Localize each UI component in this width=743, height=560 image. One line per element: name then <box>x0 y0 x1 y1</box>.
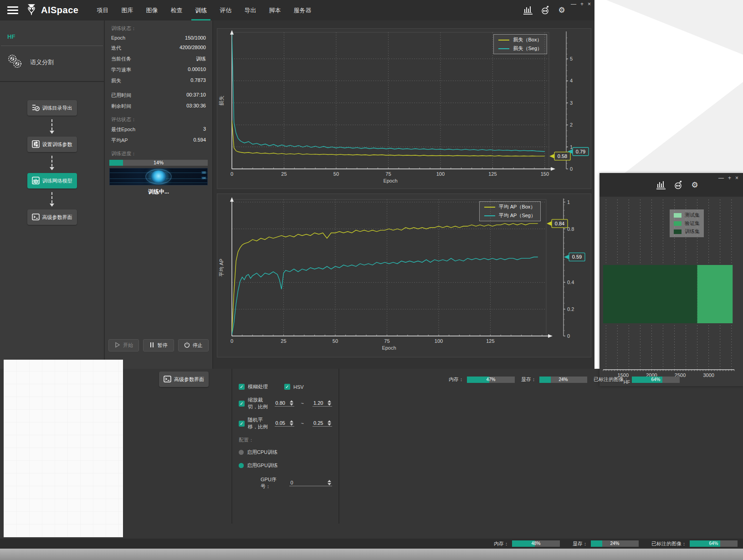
flow-arrow-icon <box>51 192 52 203</box>
window-controls: — + × <box>571 1 591 7</box>
svg-text:3000: 3000 <box>703 372 714 378</box>
node-label: 训练目录导出 <box>42 105 72 112</box>
svg-text:0: 0 <box>567 333 570 339</box>
training-caption: 训练中... <box>105 185 212 196</box>
gear-icon[interactable]: ⚙ <box>690 180 699 189</box>
scale-crop-checkbox[interactable]: ✓ <box>239 401 245 407</box>
loss-legend: 损失（Box） 损失（Seg） <box>493 34 547 54</box>
secondary-window: — + × ⚙ 1500200025003000HF 测试集 验证集 训练集 <box>600 173 743 386</box>
svg-text:2: 2 <box>570 122 573 127</box>
task-item-semantic-segmentation[interactable]: 语义分割 <box>0 46 104 82</box>
svg-text:25: 25 <box>281 171 287 177</box>
annotated-images-bar: 64% <box>690 540 738 547</box>
svg-text:25: 25 <box>281 338 286 344</box>
gpu-index-input[interactable]: 0 <box>289 480 332 486</box>
svg-text:0.84: 0.84 <box>555 221 564 226</box>
status-row: Epoch150/1000 <box>105 33 212 42</box>
spinner-icon[interactable] <box>290 420 293 426</box>
robot-icon[interactable] <box>673 180 682 189</box>
chart-view-icon[interactable] <box>656 180 666 189</box>
project-name[interactable]: HF <box>0 20 104 46</box>
sidebar: HF 语义分割 训练目录导出 设置训练参数 <box>0 20 105 369</box>
status-row: 学习速率0.00010 <box>105 64 212 75</box>
node-train-dir-export[interactable]: 训练目录导出 <box>27 100 77 116</box>
start-button[interactable]: 开始 <box>108 339 139 351</box>
cpu-train-radio[interactable] <box>239 450 244 455</box>
hsv-checkbox[interactable]: ✓ <box>284 384 290 390</box>
radio-label: 启用CPU训练 <box>247 449 277 456</box>
scale-max-input[interactable]: 1.20 <box>313 400 332 407</box>
maximize-button[interactable]: + <box>728 175 731 181</box>
svg-text:4: 4 <box>570 78 573 83</box>
vram-label: 显存： <box>521 376 536 383</box>
advanced-params-button[interactable]: 高级参数界面 <box>159 372 209 387</box>
menu-item-script[interactable]: 脚本 <box>268 5 282 16</box>
random-shift-checkbox[interactable]: ✓ <box>239 421 245 427</box>
close-button[interactable]: × <box>588 1 591 7</box>
main-menu: 项目 图库 图像 检查 训练 评估 导出 脚本 服务器 <box>90 5 318 16</box>
titlebar: AISpace 项目 图库 图像 检查 训练 评估 导出 脚本 服务器 ⚙ — … <box>0 0 594 20</box>
shift-min-input[interactable]: 0.05 <box>275 420 294 427</box>
menu-item-image[interactable]: 图像 <box>145 5 159 16</box>
page-footer <box>0 549 743 560</box>
node-label: 训练网络模型 <box>42 178 72 184</box>
menu-item-server[interactable]: 服务器 <box>292 5 312 16</box>
background-decor <box>625 82 743 173</box>
svg-text:50: 50 <box>333 338 338 344</box>
close-button[interactable]: × <box>735 175 738 181</box>
menu-item-export[interactable]: 导出 <box>243 5 257 16</box>
config-header: 配置： <box>239 437 332 443</box>
power-icon <box>184 342 190 349</box>
menu-item-project[interactable]: 项目 <box>96 5 109 16</box>
svg-text:50: 50 <box>333 171 339 177</box>
svg-text:Epoch: Epoch <box>382 345 396 351</box>
training-status-panel: 训练状态： Epoch150/1000 迭代4200/28000 当前任务训练 … <box>105 20 213 369</box>
svg-text:1: 1 <box>567 199 570 205</box>
gpu-train-radio[interactable] <box>239 463 244 468</box>
status-row: 当前任务训练 <box>105 53 212 64</box>
scale-min-input[interactable]: 0.80 <box>275 400 294 407</box>
svg-text:150: 150 <box>541 171 549 177</box>
app-name: AISpace <box>41 5 78 15</box>
menu-item-gallery[interactable]: 图库 <box>120 5 134 16</box>
svg-text:5: 5 <box>570 56 573 61</box>
minimize-button[interactable]: — <box>571 1 576 7</box>
menu-item-check[interactable]: 检查 <box>169 5 183 16</box>
resource-status-row: 内存：47% 显存：24% 已标注的图像：64% <box>449 376 680 383</box>
minimize-button[interactable]: — <box>718 175 724 181</box>
node-train-network-model[interactable]: 训练网络模型 <box>27 173 77 188</box>
gear-icon[interactable]: ⚙ <box>557 5 566 15</box>
robot-icon[interactable] <box>540 5 549 15</box>
menu-item-evaluate[interactable]: 评估 <box>219 5 232 16</box>
spinner-icon[interactable] <box>328 400 331 406</box>
svg-text:0.59: 0.59 <box>572 254 582 260</box>
shift-max-input[interactable]: 0.25 <box>313 420 332 427</box>
train-status-header: 训练状态： <box>105 20 212 33</box>
loss-chart-panel: 0255075100125150Epoch损失0123450.580.79 损失… <box>217 28 591 189</box>
pause-button[interactable]: 暂停 <box>143 339 174 351</box>
svg-text:0.2: 0.2 <box>567 306 574 312</box>
node-label: 设置训练参数 <box>42 141 72 148</box>
status-row: 损失0.7873 <box>105 75 212 86</box>
spinner-icon[interactable] <box>290 400 293 406</box>
flow-arrow-icon <box>51 119 52 130</box>
augmentation-settings: ✓ 模糊处理 ✓ HSV ✓ 缩放裁切，比例 0.80 ~ 1.20 ✓ 随机平… <box>231 369 339 524</box>
spinner-icon[interactable] <box>328 480 331 485</box>
svg-text:0: 0 <box>231 171 233 177</box>
eval-status-header: 评估状态： <box>105 112 212 124</box>
blur-checkbox[interactable]: ✓ <box>239 384 245 390</box>
chart-view-icon[interactable] <box>523 5 533 15</box>
menu-item-train[interactable]: 训练 <box>194 5 208 16</box>
spinner-icon[interactable] <box>328 420 331 426</box>
status-row: 最佳Epoch3 <box>105 124 212 135</box>
titlebar: — + × ⚙ <box>600 173 743 197</box>
stop-button[interactable]: 停止 <box>178 339 209 351</box>
hamburger-menu-icon[interactable] <box>7 5 18 16</box>
maximize-button[interactable]: + <box>580 1 584 7</box>
svg-text:3: 3 <box>570 100 573 106</box>
node-set-train-params[interactable]: 设置训练参数 <box>27 137 77 152</box>
ap-chart-panel: 0255075100125Epoch平均 AP00.20.40.810.840.… <box>217 193 591 357</box>
svg-text:0.8: 0.8 <box>567 226 574 232</box>
export-list-icon <box>32 104 40 112</box>
node-advanced-params[interactable]: 高级参数界面 <box>27 209 77 225</box>
